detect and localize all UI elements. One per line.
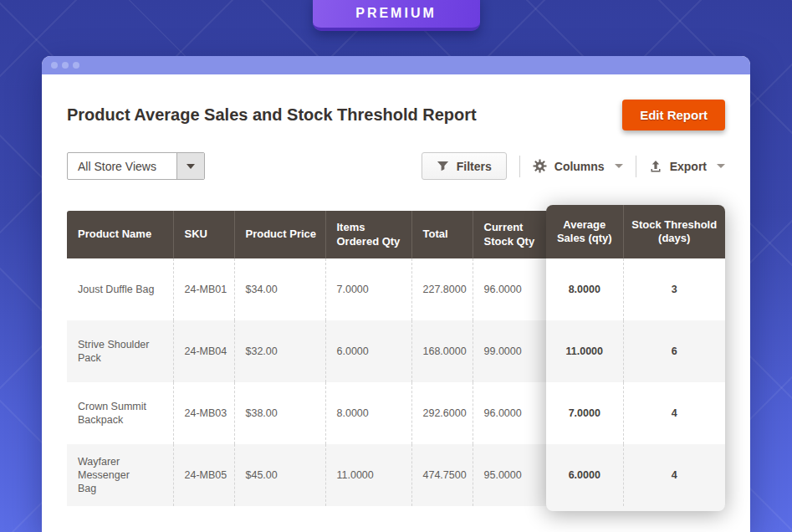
column-header[interactable]: Product Name xyxy=(67,211,173,258)
table-cell: 24-MB05 xyxy=(173,444,234,506)
columns-label: Columns xyxy=(554,160,605,173)
column-header[interactable]: Current Stock Qty xyxy=(473,211,546,258)
table-row[interactable]: 7.00004 xyxy=(546,382,725,444)
edit-report-button[interactable]: Edit Report xyxy=(622,100,725,130)
table-cell: 7.0000 xyxy=(325,258,411,320)
table-cell: 99.0000 xyxy=(473,320,546,382)
export-upload-icon xyxy=(649,160,662,173)
store-view-value: All Store Views xyxy=(68,153,176,179)
window-control-dot[interactable] xyxy=(62,62,69,69)
table-cell: 227.8000 xyxy=(411,258,473,320)
highlighted-columns-table: Average Sales (qty)Stock Threshold (days… xyxy=(546,205,725,506)
table-cell: 8.0000 xyxy=(325,382,411,444)
table-cell: 4 xyxy=(623,444,725,506)
table-cell: 474.7500 xyxy=(411,444,473,506)
chevron-down-icon xyxy=(717,164,725,168)
table-cell: 168.0000 xyxy=(411,320,473,382)
table-cell: 24-MB04 xyxy=(173,320,234,382)
chevron-down-icon xyxy=(615,164,623,168)
filter-funnel-icon xyxy=(437,160,449,172)
premium-badge-label: PREMIUM xyxy=(355,6,437,21)
column-header[interactable]: SKU xyxy=(173,211,234,258)
report-table-wrap: Product NameSKUProduct PriceItems Ordere… xyxy=(67,211,725,506)
table-cell: Wayfarer Messenger Bag xyxy=(67,444,173,506)
table-row[interactable]: 6.00004 xyxy=(546,444,725,506)
export-label: Export xyxy=(670,160,707,173)
table-cell: 6 xyxy=(623,320,725,382)
column-header[interactable]: Product Price xyxy=(234,211,325,258)
toolbar: All Store Views Filters xyxy=(67,152,725,180)
chevron-down-icon xyxy=(187,164,195,169)
table-cell: Crown Summit Backpack xyxy=(67,382,173,444)
table-cell: 4 xyxy=(623,382,725,444)
table-cell: Strive Shoulder Pack xyxy=(67,320,173,382)
card-header-row: Average Sales (qty)Stock Threshold (days… xyxy=(546,205,725,258)
store-view-selector[interactable]: All Store Views xyxy=(67,152,205,180)
store-view-caret-box[interactable] xyxy=(176,153,204,179)
table-cell: Joust Duffle Bag xyxy=(67,258,173,320)
page-title: Product Average Sales and Stock Threshol… xyxy=(67,100,477,125)
table-cell: 11.0000 xyxy=(546,320,623,382)
table-cell: 7.0000 xyxy=(546,382,623,444)
table-cell: 96.0000 xyxy=(473,382,546,444)
highlighted-columns-card: Average Sales (qty)Stock Threshold (days… xyxy=(546,205,725,511)
table-cell: $38.00 xyxy=(234,382,325,444)
table-cell: $32.00 xyxy=(234,320,325,382)
table-cell: $45.00 xyxy=(234,444,325,506)
filters-button[interactable]: Filters xyxy=(422,152,507,180)
table-cell: $34.00 xyxy=(234,258,325,320)
table-row[interactable]: 11.00006 xyxy=(546,320,725,382)
premium-badge: PREMIUM xyxy=(313,0,480,31)
column-header[interactable]: Items Ordered Qty xyxy=(325,211,411,258)
table-cell: 95.0000 xyxy=(473,444,546,506)
export-button[interactable]: Export xyxy=(649,160,725,173)
window-content: Product Average Sales and Stock Threshol… xyxy=(42,74,750,531)
report-window: Product Average Sales and Stock Threshol… xyxy=(42,56,750,532)
toolbar-right-group: Filters xyxy=(422,152,725,180)
gear-icon xyxy=(533,159,547,173)
toolbar-divider xyxy=(636,156,636,177)
table-cell: 6.0000 xyxy=(546,444,623,506)
column-header[interactable]: Stock Threshold (days) xyxy=(623,205,725,258)
columns-button[interactable]: Columns xyxy=(533,159,623,173)
window-control-dot[interactable] xyxy=(73,62,79,69)
page-header: Product Average Sales and Stock Threshol… xyxy=(67,100,725,130)
table-cell: 8.0000 xyxy=(546,258,623,320)
table-cell: 6.0000 xyxy=(325,320,411,382)
window-titlebar xyxy=(42,56,750,74)
toolbar-divider xyxy=(519,156,520,177)
table-cell: 3 xyxy=(623,258,725,320)
table-cell: 96.0000 xyxy=(473,258,546,320)
table-row[interactable]: 8.00003 xyxy=(546,258,725,320)
table-cell: 24-MB03 xyxy=(173,382,234,444)
column-header[interactable]: Total xyxy=(411,211,473,258)
column-header[interactable]: Average Sales (qty) xyxy=(546,205,623,258)
table-cell: 11.0000 xyxy=(325,444,411,506)
table-cell: 292.6000 xyxy=(411,382,473,444)
table-cell: 24-MB01 xyxy=(173,258,234,320)
window-control-dot[interactable] xyxy=(51,62,58,69)
filters-label: Filters xyxy=(457,160,492,173)
